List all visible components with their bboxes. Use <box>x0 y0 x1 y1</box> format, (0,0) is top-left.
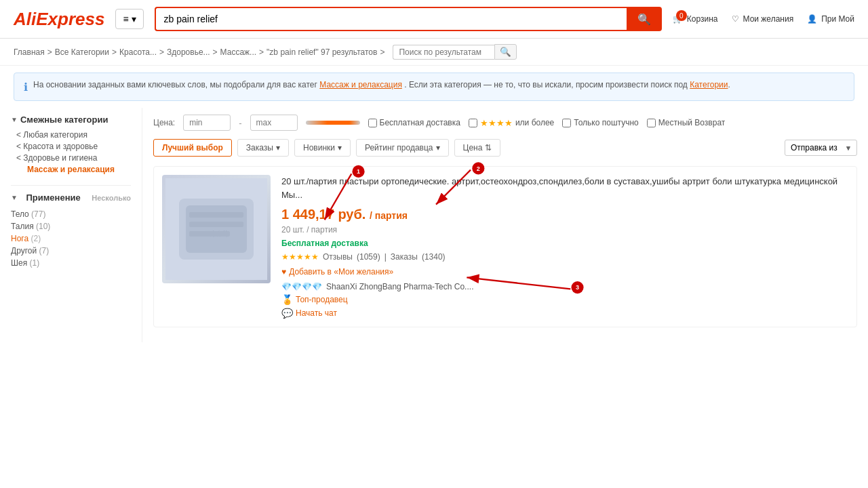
sidebar-health-hygiene[interactable]: < Здоровье и гигиена <box>11 153 131 163</box>
category-link[interactable]: Массаж и релаксация <box>319 80 402 89</box>
sidebar-apply-other[interactable]: Другой (7) <box>11 245 131 257</box>
heart-icon-product: ♥ <box>281 267 286 277</box>
diamond-icons: 💎💎💎💎 <box>281 282 322 291</box>
product-rating: ★★★★★ Отзывы (1059) | Заказы (1340) <box>281 252 848 262</box>
only-package-label: Только поштучно <box>562 118 638 127</box>
info-icon: ℹ <box>24 81 28 94</box>
product-price-suffix: / партия <box>370 210 408 221</box>
only-package-checkbox[interactable] <box>562 119 571 127</box>
shipping-from-select-wrapper: Отправка из ▼ <box>785 140 857 156</box>
breadcrumb: Главная > Все Категории > Красота... > З… <box>0 39 868 66</box>
wishlist-text: Добавить в «Мои желания» <box>289 267 393 277</box>
cart-badge: 0 <box>676 10 687 21</box>
search-small-icon: 🔍 <box>500 47 511 57</box>
product-card: 医疗膏药 20 шт./партия пластыри ортопедическ… <box>153 166 857 327</box>
sort-seller-rating[interactable]: Рейтинг продавца ▾ <box>356 139 449 157</box>
header: AliExpress ≡ ▾ 🔍 🛒 0 Корзина ♡ Мои желан… <box>0 0 868 39</box>
top-seller-badge: 🏅 Топ-продавец <box>281 294 848 305</box>
sidebar-apply-neck[interactable]: Шея (1) <box>11 257 131 269</box>
breadcrumb-current: "zb pain relief" 97 результатов <box>267 47 377 57</box>
start-chat-button[interactable]: 💬 Начать чат <box>281 308 848 319</box>
profile-button[interactable]: 👤 При Мой <box>807 14 854 24</box>
chat-icon: 💬 <box>281 308 293 319</box>
only-package-text: Только поштучно <box>574 118 638 127</box>
sort-orders[interactable]: Заказы ▾ <box>237 139 289 157</box>
wishlist-button-product[interactable]: ♥ Добавить в «Мои желания» <box>281 267 848 277</box>
breadcrumb-all-categories[interactable]: Все Категории <box>55 47 109 57</box>
sidebar-any-category[interactable]: < Любая категория <box>11 130 131 140</box>
shipping-from-select[interactable]: Отправка из <box>785 140 857 156</box>
menu-button[interactable]: ≡ ▾ <box>115 9 143 29</box>
stars-icon: ★★★★ <box>480 118 513 128</box>
orders-count: (1340) <box>422 252 446 262</box>
local-return-text: Местный Возврат <box>658 118 726 127</box>
content-area: Цена: - Бесплатная доставка ★★★★ или бол… <box>142 108 868 342</box>
wishlist-label: Мои желания <box>743 14 794 24</box>
sidebar: Смежные категории < Любая категория < Кр… <box>0 108 142 342</box>
price-min-input[interactable] <box>183 115 231 131</box>
sidebar-apply-title: Применение Несколько <box>11 192 131 203</box>
sidebar-related-title: Смежные категории <box>11 115 131 125</box>
stars-filter-label: ★★★★ или более <box>469 118 554 128</box>
price-range-slider[interactable] <box>306 121 360 125</box>
sidebar-apply-body[interactable]: Тело (77) <box>11 208 131 220</box>
sort-price-updown: ⇅ <box>485 143 492 152</box>
free-shipping-label: Бесплатная доставка <box>380 118 460 127</box>
profile-label: При Мой <box>821 14 854 24</box>
breadcrumb-search-bar: 🔍 <box>393 44 517 60</box>
sort-best-choice[interactable]: Лучший выбор <box>153 139 232 157</box>
sidebar-beauty-health[interactable]: < Красота и здоровье <box>11 142 131 151</box>
search-input[interactable] <box>155 7 627 31</box>
sort-price-label: Цена <box>463 143 483 152</box>
search-button[interactable]: 🔍 <box>627 7 662 31</box>
user-icon: 👤 <box>807 14 817 24</box>
sort-price[interactable]: Цена ⇅ <box>454 139 501 157</box>
top-seller-label: Топ-продавец <box>296 295 348 304</box>
sidebar-related-categories: Смежные категории < Любая категория < Кр… <box>11 115 131 174</box>
sort-new-label: Новинки <box>303 143 335 152</box>
breadcrumb-search-button[interactable]: 🔍 <box>494 44 517 60</box>
product-shipping: Бесплатная доставка <box>281 239 848 248</box>
sort-orders-arrow: ▾ <box>276 143 280 152</box>
menu-icon: ≡ <box>123 14 128 24</box>
price-max-input[interactable] <box>250 115 298 131</box>
search-bar: 🔍 <box>155 7 662 31</box>
breadcrumb-beauty[interactable]: Красота... <box>119 47 157 57</box>
wishlist-button[interactable]: ♡ Мои желания <box>732 14 794 24</box>
product-wrapper: 医疗膏药 20 шт./партия пластыри ортопедическ… <box>153 166 857 327</box>
breadcrumb-massage[interactable]: Массаж... <box>220 47 257 57</box>
sidebar-apply-waist[interactable]: Талия (10) <box>11 220 131 232</box>
sort-row: Лучший выбор Заказы ▾ Новинки ▾ Рейтинг … <box>153 139 857 157</box>
product-image-placeholder: 医疗膏药 <box>162 175 271 283</box>
seller-name: ShaanXi ZhongBang Pharma-Tech Co.... <box>326 282 473 291</box>
local-return-checkbox[interactable] <box>647 119 656 127</box>
product-price-amount: 1 449,17 руб. <box>281 207 366 222</box>
cart-button[interactable]: 🛒 0 Корзина <box>673 14 718 24</box>
info-text: На основании заданных вами ключевых слов… <box>33 80 730 89</box>
free-shipping-checkbox[interactable] <box>368 119 377 127</box>
product-price-sub: 20 шт. / партия <box>281 225 848 235</box>
sort-seller-rating-arrow: ▾ <box>436 143 440 152</box>
sort-new[interactable]: Новинки ▾ <box>294 139 351 157</box>
shipping-from-wrapper: Отправка из ▼ <box>785 140 857 156</box>
search-icon: 🔍 <box>637 14 651 25</box>
sidebar-divider <box>11 185 131 186</box>
local-return-label: Местный Возврат <box>647 118 726 127</box>
svg-rect-6 <box>189 231 230 237</box>
reviews-count: (1059) <box>357 252 380 262</box>
categories-link[interactable]: Категории <box>690 80 728 89</box>
medal-icon: 🏅 <box>281 294 293 305</box>
breadcrumb-home[interactable]: Главная <box>14 47 45 57</box>
sort-new-arrow: ▾ <box>338 143 342 152</box>
sidebar-massage[interactable]: Массаж и релаксация <box>11 165 131 174</box>
cart-label: Корзина <box>687 14 718 24</box>
breadcrumb-health[interactable]: Здоровье... <box>167 47 210 57</box>
sidebar-neskolko: Несколько <box>92 194 131 202</box>
product-seller: 💎💎💎💎 ShaanXi ZhongBang Pharma-Tech Co...… <box>281 282 848 291</box>
breadcrumb-search-input[interactable] <box>393 45 494 60</box>
svg-rect-5 <box>189 222 243 227</box>
header-icons: 🛒 0 Корзина ♡ Мои желания 👤 При Мой <box>673 14 854 24</box>
sidebar-apply-leg[interactable]: Нога (2) <box>11 232 131 245</box>
product-image[interactable]: 医疗膏药 <box>162 175 271 283</box>
stars-filter-checkbox[interactable] <box>469 119 477 127</box>
